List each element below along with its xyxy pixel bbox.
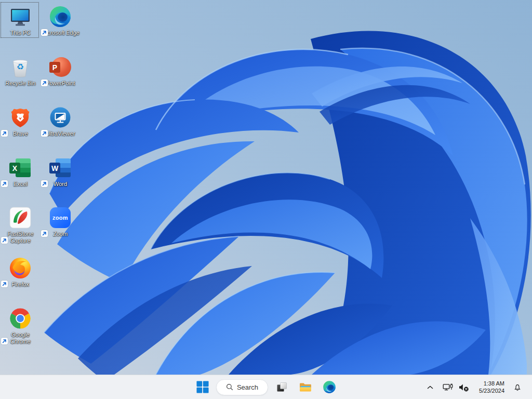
tray-time: 1:38 AM <box>484 380 504 387</box>
desktop-area[interactable]: This PC ♻ Recycle Bin Brave <box>0 0 532 375</box>
shortcut-arrow-icon <box>41 230 48 237</box>
excel-letter: X <box>12 164 17 172</box>
windows-desktop: This PC ♻ Recycle Bin Brave <box>0 0 532 399</box>
file-explorer-icon <box>299 380 312 394</box>
tray-notifications-button[interactable] <box>509 377 526 397</box>
ethernet-network-icon <box>443 383 454 391</box>
file-explorer-button[interactable] <box>295 377 316 397</box>
overlapping-squares-icon <box>275 381 288 393</box>
windows-logo-icon <box>196 381 209 393</box>
shortcut-arrow-icon <box>1 281 8 287</box>
desktop-icon-microsoft-edge[interactable]: Microsoft Edge <box>41 2 80 36</box>
word-letter: W <box>51 164 58 172</box>
taskbar: Search <box>0 375 532 399</box>
word-icon: W <box>49 156 72 179</box>
pinned-app-button[interactable] <box>271 377 292 397</box>
shortcut-arrow-icon <box>41 180 48 187</box>
bell-icon <box>513 382 522 392</box>
chevron-up-icon <box>427 385 433 389</box>
tray-network-volume-button[interactable] <box>438 377 474 397</box>
search-icon <box>226 383 233 391</box>
search-label: Search <box>237 383 258 391</box>
shortcut-arrow-icon <box>1 338 8 344</box>
microsoft-edge-icon <box>323 380 336 394</box>
desktop-icon-zoom[interactable]: zoom Zoom <box>41 203 80 237</box>
brave-icon <box>9 106 32 129</box>
desktop-icon-google-chrome[interactable]: Google Chrome <box>1 304 40 345</box>
powerpoint-letter: P <box>52 63 57 72</box>
tray-show-hidden-button[interactable] <box>423 377 437 397</box>
desktop-icon-recycle-bin[interactable]: ♻ Recycle Bin <box>1 52 40 87</box>
desktop-icon-this-pc[interactable]: This PC <box>1 2 40 36</box>
volume-muted-icon <box>458 383 470 392</box>
shortcut-arrow-icon <box>1 130 8 137</box>
start-button[interactable] <box>192 377 213 397</box>
ultraviewer-icon <box>49 106 72 129</box>
powerpoint-icon: P <box>49 56 72 78</box>
firefox-icon <box>9 257 32 280</box>
shortcut-arrow-icon <box>41 130 48 137</box>
taskbar-center-group: Search <box>192 375 340 399</box>
desktop-icon-brave[interactable]: Brave <box>1 103 40 137</box>
desktop-icon-word[interactable]: W Word <box>41 153 80 188</box>
desktop-icon-powerpoint[interactable]: P PowerPoint <box>41 52 80 87</box>
system-tray: 1:38 AM 5/23/2024 <box>423 375 532 399</box>
edge-taskbar-button[interactable] <box>319 377 340 397</box>
shortcut-arrow-icon <box>1 237 8 244</box>
microsoft-edge-icon <box>49 5 72 28</box>
tray-date: 5/23/2024 <box>479 388 504 394</box>
shortcut-arrow-icon <box>1 180 8 187</box>
zoom-icon: zoom <box>49 206 72 229</box>
desktop-icon-faststone-capture[interactable]: FastStone Capture <box>1 203 40 244</box>
taskbar-search[interactable]: Search <box>216 379 268 395</box>
excel-icon: X <box>9 156 32 179</box>
faststone-capture-icon <box>9 206 32 229</box>
shortcut-arrow-icon <box>41 79 48 86</box>
desktop-icon-firefox[interactable]: Firefox <box>1 254 40 288</box>
shortcut-arrow-icon <box>41 29 48 36</box>
this-pc-icon <box>9 5 32 28</box>
recycle-bin-icon: ♻ <box>9 56 32 78</box>
desktop-icon-excel[interactable]: X Excel <box>1 153 40 188</box>
zoom-wordmark: zoom <box>52 215 68 221</box>
google-chrome-icon <box>9 307 32 330</box>
recycle-symbol: ♻ <box>9 62 32 72</box>
desktop-icon-ultraviewer[interactable]: UltraViewer <box>41 103 80 137</box>
tray-clock[interactable]: 1:38 AM 5/23/2024 <box>475 377 508 397</box>
